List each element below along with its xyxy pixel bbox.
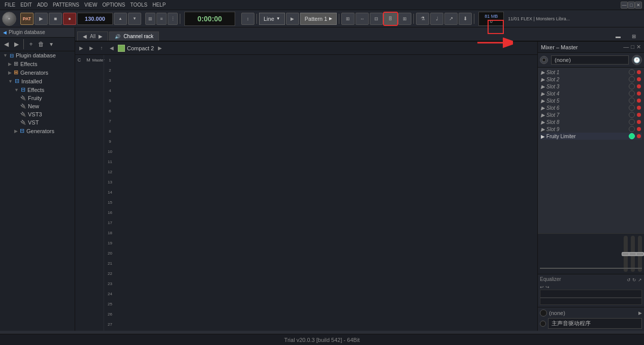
sidebar-item-generators-installed[interactable]: ▶ ⊟ Generators	[0, 127, 75, 135]
sidebar-delete[interactable]: 🗑	[37, 40, 45, 48]
tempo-up[interactable]: ▲	[114, 13, 127, 25]
effects-installed-icon: ⊟	[21, 86, 25, 93]
none-text: (none)	[549, 310, 636, 316]
slot-5[interactable]: ▶ Slot 5	[540, 97, 642, 104]
eq-nav1[interactable]: ↩	[540, 285, 544, 290]
sidebar-item-generators[interactable]: ▶ ⊞ Generators	[0, 68, 75, 77]
mixer-none-row: (none) ▶	[540, 309, 642, 317]
sidebar-item-installed[interactable]: ▼ ⊟ Installed	[0, 77, 75, 85]
record-button[interactable]: ●	[63, 13, 76, 25]
none-arrow[interactable]: ▶	[638, 310, 642, 316]
slot-2-led	[629, 76, 635, 82]
mixer-restore[interactable]: □	[631, 44, 634, 50]
menu-patterns[interactable]: PATTERNS	[50, 2, 82, 8]
status-text: Trial v20.0.3 [build 542] - 64Bit	[284, 337, 360, 343]
logo-knob[interactable]: ●	[2, 12, 16, 26]
play-button[interactable]: ▶	[35, 13, 48, 25]
slot-fruity-limiter[interactable]: ▶ Fruity Limiter	[540, 133, 642, 140]
tempo-down[interactable]: ▼	[128, 13, 141, 25]
sidebar-item-fruity[interactable]: 🔌 Fruity	[0, 94, 75, 102]
sidebar-item-new[interactable]: 🔌 New	[0, 102, 75, 110]
misc-btn1[interactable]: ↕	[241, 13, 254, 25]
filter-btn[interactable]: ⚗	[416, 13, 429, 25]
slot-8[interactable]: ▶ Slot 8	[540, 118, 642, 126]
slot-8-led	[629, 119, 635, 125]
rack-btn3[interactable]: ↑	[98, 44, 106, 52]
menu-add[interactable]: ADD	[35, 2, 50, 8]
sidebar-item-vst[interactable]: 🔌 VST	[0, 118, 75, 127]
menu-file[interactable]: FILE	[2, 2, 18, 8]
slot-1[interactable]: ▶ Slot 1	[540, 69, 642, 76]
mixer-close[interactable]: ✕	[636, 44, 641, 50]
step-btn1[interactable]: ⊞	[145, 13, 155, 25]
sidebar-back[interactable]: ◀	[2, 40, 10, 48]
slot-6-led	[629, 105, 635, 111]
slot-6[interactable]: ▶ Slot 6	[540, 104, 642, 111]
line-nav-right[interactable]: ▶	[286, 13, 299, 25]
menu-help[interactable]: HELP	[150, 2, 168, 8]
eq-nav2[interactable]: ↪	[545, 285, 550, 290]
rack-btn2[interactable]: ▶	[87, 44, 95, 52]
slot-3[interactable]: ▶ Slot 3	[540, 83, 642, 90]
sidebar-search[interactable]: ▾	[47, 40, 55, 48]
grid-tab[interactable]: ⊞	[627, 32, 641, 41]
menu-view[interactable]: VIEW	[82, 2, 100, 8]
mixer-clock-btn[interactable]: 🕐	[632, 55, 642, 65]
eq-btn3[interactable]: ↗	[638, 277, 642, 283]
mix-btn1[interactable]: ⊞	[341, 13, 355, 25]
sidebar-item-effects-top[interactable]: ▶ ⊞ Effects	[0, 59, 75, 68]
eq-btn2[interactable]: ↻	[632, 277, 636, 283]
col-num-6: 6	[104, 106, 116, 116]
win-close[interactable]: ✕	[635, 2, 642, 9]
sidebar-item-vst3[interactable]: 🔌 VST3	[0, 110, 75, 118]
menu-edit[interactable]: EDIT	[18, 2, 35, 8]
bpm-display[interactable]: 130.000	[77, 13, 113, 25]
mixer-button[interactable]: 🎚	[384, 13, 397, 25]
eq-btn1[interactable]: ↺	[627, 277, 631, 283]
mix-btn2[interactable]: ↔	[356, 13, 369, 25]
win-restore[interactable]: □	[628, 2, 635, 9]
line-dropdown[interactable]: Line ▼	[259, 13, 285, 25]
slot-7[interactable]: ▶ Slot 7	[540, 111, 642, 118]
slot-4[interactable]: ▶ Slot 4	[540, 90, 642, 97]
col-num-24: 24	[104, 289, 116, 299]
sidebar-item-effects-installed[interactable]: ▼ ⊟ Effects	[0, 85, 75, 94]
slot-4-dot	[637, 91, 641, 96]
mixer-master-led[interactable]	[540, 56, 548, 64]
step-btn3[interactable]: ⋮	[168, 13, 178, 25]
mixer-panel: Mixer – Master — □ ✕ (none) 🕐	[537, 42, 644, 331]
mixer-fader-2[interactable]	[631, 236, 635, 272]
sidebar-forward[interactable]: ▶	[12, 40, 20, 48]
channel-rack-tab[interactable]: 🔊 Channel rack	[109, 32, 159, 41]
browser-btn[interactable]: ↗	[444, 13, 458, 25]
menu-tools[interactable]: TOOLS	[127, 2, 150, 8]
rack-expand[interactable]: ▶	[156, 44, 164, 52]
sidebar-add[interactable]: +	[27, 40, 35, 48]
fader-3-knob[interactable]	[636, 252, 644, 256]
rack-btn4[interactable]: ◀	[108, 44, 116, 52]
sidebar-item-plugin-db[interactable]: ▼ ⊟ Plugin database	[0, 51, 75, 59]
levels-tab[interactable]: ▬	[610, 32, 626, 41]
rack-collapse[interactable]: ▶	[77, 44, 85, 52]
menu-options[interactable]: OPTIONS	[100, 2, 127, 8]
mix-btn3[interactable]: ⊟	[370, 13, 383, 25]
slot-9[interactable]: ▶ Slot 9	[540, 126, 642, 133]
step-btn2[interactable]: ≡	[156, 13, 167, 25]
export-btn[interactable]: ⬇	[459, 13, 472, 25]
expand-icon-effects: ▶	[8, 61, 12, 67]
pat-button[interactable]: PAT	[20, 13, 34, 25]
sidebar-title: Plugin database	[9, 29, 45, 35]
mixer-fader-3[interactable]	[638, 236, 642, 272]
mixer-minimize[interactable]: —	[623, 44, 629, 50]
pattern-dropdown[interactable]: Pattern 1 ▶	[300, 13, 337, 25]
piano-btn[interactable]: ♩	[430, 13, 443, 25]
channel-rack[interactable]: ▶ ▶ ↑ ◀ Compact 2 ▶ C M Master 123456789…	[75, 42, 537, 331]
stop-button[interactable]: ■	[49, 13, 62, 25]
mix-btn5[interactable]: ⊞	[398, 13, 411, 25]
eq-display	[540, 290, 642, 305]
slot-2[interactable]: ▶ Slot 2	[540, 76, 642, 83]
slot-9-dot	[637, 127, 641, 131]
all-tab[interactable]: ◀ All ▶	[77, 32, 108, 41]
mixer-fader-1[interactable]	[624, 236, 628, 272]
win-minimize[interactable]: —	[621, 2, 628, 9]
